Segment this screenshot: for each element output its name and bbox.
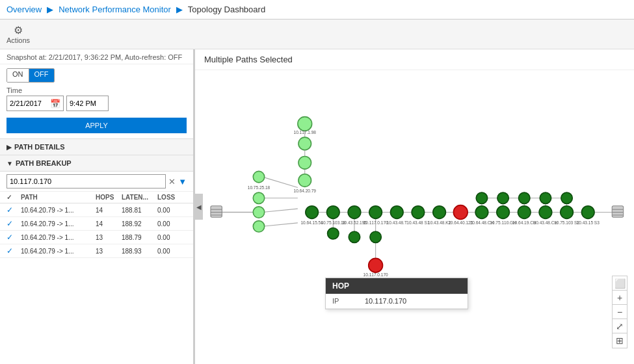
svg-point-44 — [253, 171, 264, 182]
row-path-1: 10.64.20.79 -> 1... — [21, 220, 96, 228]
date-input-wrapper[interactable]: 📅 — [7, 96, 64, 111]
svg-text:10.43.15 S3: 10.43.15 S3 — [577, 220, 600, 225]
row-loss-1: 0.00 — [157, 220, 187, 228]
hop-popup-header: HOP — [326, 278, 468, 294]
svg-point-54 — [412, 206, 425, 219]
path-details-header[interactable]: ▶ PATH DETAILS — [0, 138, 193, 155]
hop-popup-row: IP 10.117.0.170 — [326, 294, 468, 309]
svg-text:10.64.19.CH: 10.64.19.CH — [512, 220, 536, 225]
row-check-0[interactable]: ✓ — [7, 205, 21, 214]
svg-point-53 — [390, 206, 403, 219]
zoom-grid-button[interactable]: ⊞ — [613, 333, 627, 348]
row-hops-1: 14 — [96, 220, 122, 228]
zoom-fit-button[interactable]: ⤢ — [613, 319, 627, 333]
table-row[interactable]: ✓ 10.64.20.79 -> 1... 13 188.93 0.00 — [0, 244, 193, 258]
svg-line-4 — [262, 223, 297, 226]
row-path-3: 10.64.20.79 -> 1... — [21, 248, 96, 255]
zoom-expand-button[interactable]: ⬜ — [613, 276, 627, 291]
breadcrumb-topology: Topology Dashboard — [188, 5, 265, 14]
time-inputs: 📅 — [7, 96, 187, 111]
svg-point-69 — [540, 192, 551, 203]
actions-label: Actions — [7, 36, 30, 44]
svg-point-64 — [349, 231, 360, 242]
svg-point-67 — [497, 192, 509, 203]
svg-text:10.43.48 S1: 10.43.48 S1 — [406, 220, 430, 225]
table-header: ✓ PATH HOPS LATEN... LOSS — [0, 192, 193, 203]
apply-button[interactable]: APPLY — [7, 118, 187, 133]
svg-point-63 — [328, 228, 339, 239]
table-row[interactable]: ✓ 10.64.20.79 -> 1... 14 188.92 0.00 — [0, 217, 193, 231]
svg-text:10.117.0.170: 10.117.0.170 — [363, 272, 388, 277]
svg-line-3 — [262, 209, 297, 212]
svg-point-46 — [253, 207, 264, 218]
col-path: PATH — [21, 194, 96, 201]
svg-point-56 — [453, 205, 468, 220]
panel-title: Multiple Paths Selected — [195, 49, 634, 70]
time-input-wrapper[interactable] — [66, 96, 109, 111]
svg-point-55 — [433, 206, 446, 219]
col-check: ✓ — [7, 194, 21, 201]
path-breakup-header[interactable]: ▼ PATH BREAKUP — [0, 155, 193, 172]
toggle-off[interactable]: OFF — [29, 69, 54, 82]
svg-text:10.43.48.K2: 10.43.48.K2 — [428, 220, 451, 225]
row-latency-3: 188.93 — [122, 248, 157, 255]
svg-point-62 — [581, 206, 594, 219]
path-breakup-label: PATH BREAKUP — [16, 159, 72, 167]
time-section: Time 📅 — [0, 84, 193, 115]
zoom-out-button[interactable]: − — [613, 305, 627, 319]
svg-point-45 — [253, 192, 264, 203]
svg-point-66 — [476, 192, 487, 203]
actions-icon: ⚙ — [14, 24, 23, 36]
svg-point-43 — [298, 157, 311, 170]
svg-text:10.64.15.54: 10.64.15.54 — [300, 220, 323, 225]
auto-refresh-toggle[interactable]: ON OFF — [7, 68, 55, 83]
breadcrumb-overview[interactable]: Overview — [7, 5, 42, 14]
svg-point-61 — [561, 206, 574, 219]
svg-point-49 — [306, 206, 319, 219]
time-input[interactable] — [70, 99, 105, 107]
row-check-1[interactable]: ✓ — [7, 219, 21, 228]
svg-point-42 — [298, 137, 311, 150]
row-path-0: 10.64.20.79 -> 1... — [21, 207, 96, 214]
row-path-2: 10.64.20.79 -> 1... — [21, 234, 96, 241]
svg-text:10.43.48.T: 10.43.48.T — [387, 220, 407, 225]
row-loss-3: 0.00 — [157, 248, 187, 255]
main-layout: Snapshot at: 2/21/2017, 9:36:22 PM, Auto… — [0, 49, 634, 364]
row-check-2[interactable]: ✓ — [7, 233, 21, 242]
svg-point-50 — [327, 206, 340, 219]
breadcrumb-sep2: ▶ — [176, 5, 183, 14]
row-latency-0: 188.81 — [122, 207, 157, 214]
breadcrumb-npm[interactable]: Network Performance Monitor — [59, 5, 171, 14]
hop-ip-value: 10.117.0.170 — [365, 297, 406, 305]
date-input[interactable] — [10, 99, 49, 107]
zoom-in-button[interactable]: + — [613, 291, 627, 305]
svg-text:10.117.0.170: 10.117.0.170 — [363, 220, 388, 225]
svg-point-51 — [348, 206, 361, 219]
collapse-handle[interactable]: ◀ — [195, 194, 203, 220]
col-latency: LATEN... — [122, 194, 157, 201]
toggle-on[interactable]: ON — [7, 69, 29, 82]
row-hops-3: 13 — [96, 248, 122, 255]
clear-filter-icon[interactable]: ✕ — [168, 177, 176, 187]
actions-button[interactable]: ⚙ Actions — [7, 24, 30, 44]
col-loss: LOSS — [157, 194, 187, 201]
svg-point-71 — [369, 258, 383, 272]
path-details-arrow: ▶ — [7, 144, 12, 151]
row-hops-0: 14 — [96, 207, 122, 214]
topology-svg[interactable]: 10.64.15.54 10.75.103.18 10.43.52.195 10… — [195, 70, 634, 361]
calendar-icon[interactable]: 📅 — [50, 99, 60, 109]
topology-area: 10.64.15.54 10.75.103.18 10.43.52.195 10… — [195, 70, 634, 361]
svg-point-41 — [298, 117, 312, 131]
filter-input[interactable] — [7, 174, 166, 188]
path-table-body: ✓ 10.64.20.79 -> 1... 14 188.81 0.00 ✓ 1… — [0, 203, 193, 258]
table-row[interactable]: ✓ 10.64.20.79 -> 1... 13 188.79 0.00 — [0, 231, 193, 244]
row-hops-2: 13 — [96, 234, 122, 241]
filter-funnel-icon[interactable]: ▼ — [178, 177, 187, 187]
svg-point-48 — [298, 174, 311, 187]
snapshot-bar: Snapshot at: 2/21/2017, 9:36:22 PM, Auto… — [0, 49, 193, 64]
svg-point-60 — [539, 206, 552, 219]
row-latency-2: 188.79 — [122, 234, 157, 241]
table-row[interactable]: ✓ 10.64.20.79 -> 1... 14 188.81 0.00 — [0, 203, 193, 217]
breadcrumb-sep1: ▶ — [47, 5, 53, 14]
row-check-3[interactable]: ✓ — [7, 246, 21, 255]
